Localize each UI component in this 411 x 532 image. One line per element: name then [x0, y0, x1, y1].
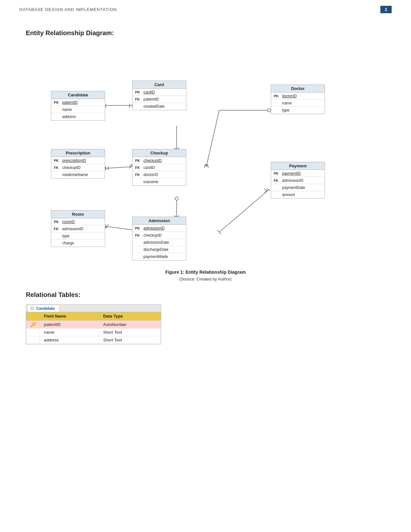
entity-checkup-header: Checkup: [132, 149, 186, 157]
entity-row: PK roomID: [51, 218, 105, 225]
svg-point-10: [268, 109, 271, 112]
key-icon: 🔑: [30, 322, 36, 327]
entity-checkup: Checkup PK checkupID FK cardID FK doctor…: [132, 149, 186, 186]
key-cell: [26, 336, 40, 344]
erd-heading: Entity Relationship Diagram:: [26, 29, 385, 37]
svg-line-28: [264, 189, 268, 191]
entity-row: PK prescriptionID: [51, 157, 105, 164]
svg-line-14: [106, 167, 132, 168]
entity-row: charge: [51, 240, 105, 247]
header-title: DATABASE DESIGN AND IMPLEMENTATION: [19, 7, 117, 12]
table-icon: ☷: [30, 306, 34, 311]
figure-source: (Source: Created by Author): [26, 277, 385, 281]
entity-row: outcome: [132, 178, 186, 185]
data-type-cell: Short Text: [99, 329, 161, 336]
svg-line-27: [217, 230, 221, 234]
table-row: nameShort Text: [26, 329, 161, 336]
access-tab-bar: ☷ Candidate: [26, 305, 161, 312]
table-header-row: Field Name Data Type: [26, 312, 161, 320]
col-key: [26, 312, 40, 320]
svg-line-30: [264, 189, 269, 192]
entity-row: PK checkupID: [132, 157, 186, 164]
entity-row: PK paymentID: [271, 170, 325, 177]
col-field-name: Field Name: [40, 312, 99, 320]
entity-payment: Payment PK paymentID FK admissionID paym…: [271, 162, 325, 199]
access-table-wrapper: ☷ Candidate Field Name Data Type 🔑patien…: [26, 304, 161, 344]
svg-line-9: [206, 110, 219, 167]
entity-admission: Admission PK admissionID FK checkupID ad…: [132, 217, 186, 261]
svg-line-13: [206, 164, 209, 168]
entity-row: createdDate: [132, 103, 186, 110]
entity-row: FK doctorID: [132, 171, 186, 178]
col-data-type: Data Type: [99, 312, 161, 320]
entity-doctor: Doctor PK doctorID name type: [271, 84, 325, 114]
entity-row: PK admissionID: [132, 225, 186, 232]
data-type-cell: Short Text: [99, 336, 161, 344]
entity-row: FK admissionID: [51, 225, 105, 232]
entity-row: FK patientID: [132, 96, 186, 103]
entity-row: name: [271, 100, 325, 107]
entity-row: amount: [271, 191, 325, 198]
svg-line-17: [130, 164, 132, 168]
field-name-cell: patientID: [40, 320, 99, 329]
table-row: 🔑patientIDAutoNumber: [26, 320, 161, 329]
entity-row: PK doctorID: [271, 93, 325, 100]
entity-candidate: Candidate PK patientID name address: [51, 91, 105, 121]
field-name-cell: name: [40, 329, 99, 336]
data-type-cell: AutoNumber: [99, 320, 161, 329]
figure-caption: Figure 1: Entity Relationship Diagram: [26, 270, 385, 275]
entity-row: type: [51, 232, 105, 240]
entity-row: PK patientID: [51, 99, 105, 106]
entity-prescription-header: Prescription: [51, 149, 105, 157]
entity-row: FK checkupID: [51, 164, 105, 171]
entity-row: FK checkupID: [132, 232, 186, 239]
entity-candidate-header: Candidate: [51, 91, 105, 99]
entity-room-header: Room: [51, 211, 105, 218]
page-number: 2: [380, 6, 392, 13]
entity-row: name: [51, 106, 105, 113]
entity-prescription: Prescription PK prescriptionID FK checku…: [51, 149, 105, 179]
svg-line-26: [219, 191, 268, 232]
entity-row: type: [271, 107, 325, 114]
table-row: addressShort Text: [26, 336, 161, 344]
svg-line-36: [106, 224, 108, 228]
svg-point-22: [175, 197, 178, 200]
access-tab[interactable]: ☷ Candidate: [27, 305, 60, 312]
entity-row: dischargeDate: [132, 246, 186, 253]
entity-room: Room PK roomID FK admissionID type charg…: [51, 210, 105, 247]
erd-diagram: Candidate PK patientID name address Card…: [26, 46, 385, 265]
entity-card-header: Card: [132, 81, 186, 89]
key-cell: 🔑: [26, 320, 40, 329]
page-header: DATABASE DESIGN AND IMPLEMENTATION 2: [0, 0, 411, 16]
entity-row: FK cardID: [132, 164, 186, 171]
entity-row: address: [51, 113, 105, 120]
svg-line-12: [204, 164, 206, 168]
entity-payment-header: Payment: [271, 162, 325, 170]
entity-card: Card PK cardID FK patientID createdDate: [132, 81, 186, 110]
entity-row: FK admissionID: [271, 177, 325, 184]
field-name-cell: address: [40, 336, 99, 344]
svg-line-29: [267, 188, 270, 191]
entity-row: admissionDate: [132, 239, 186, 246]
entity-doctor-header: Doctor: [271, 85, 325, 93]
relational-heading: Relational Tables:: [26, 291, 385, 299]
main-content: Entity Relationship Diagram:: [0, 16, 411, 357]
candidate-table: Field Name Data Type 🔑patientIDAutoNumbe…: [26, 312, 161, 344]
entity-row: paymentMade: [132, 253, 186, 260]
entity-admission-header: Admission: [132, 217, 186, 225]
tab-name: Candidate: [36, 306, 55, 311]
key-cell: [26, 329, 40, 336]
entity-row: paymentDate: [271, 184, 325, 191]
entity-row: medicineName: [51, 171, 105, 178]
entity-row: PK cardID: [132, 89, 186, 96]
